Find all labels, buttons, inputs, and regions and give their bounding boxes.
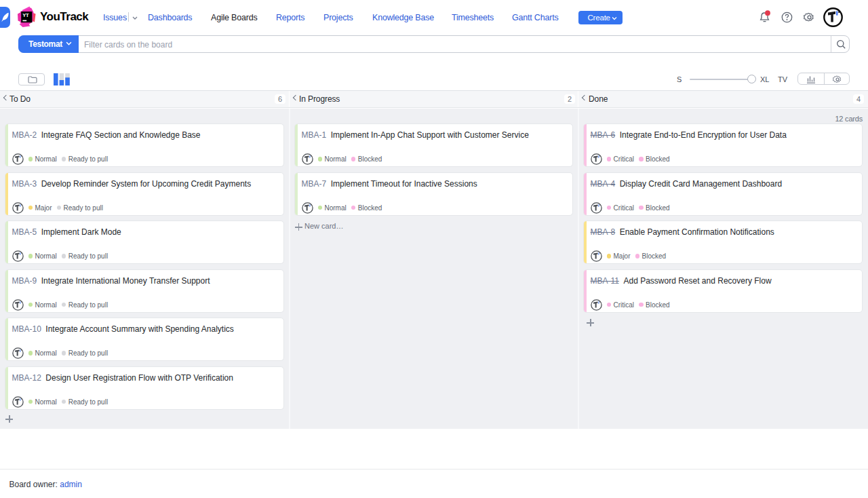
svg-text:YT: YT — [22, 12, 29, 18]
